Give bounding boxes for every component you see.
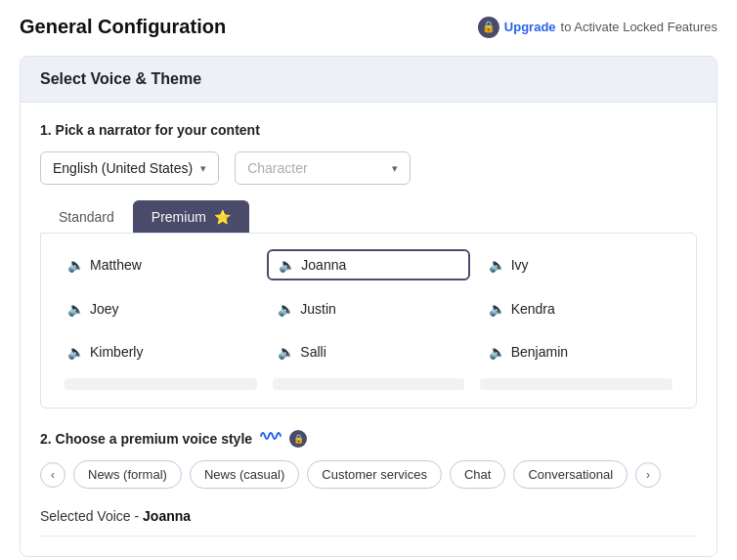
speaker-icon-joanna: 🔈 [279,257,295,273]
voice-joey[interactable]: 🔈 Joey [57,294,259,323]
section2-text: 2. Choose a premium voice style [40,431,252,447]
character-dropdown[interactable]: Character ▾ [235,151,411,185]
style-pills-row: ‹ News (formal) News (casual) Customer s… [40,460,697,489]
upgrade-area: 🔒 Upgrade to Activate Locked Features [478,17,717,38]
prev-style-arrow[interactable]: ‹ [40,462,65,488]
upgrade-text: to Activate Locked Features [561,20,717,34]
style-conversational[interactable]: Conversational [513,460,628,489]
voice-tabs: Standard Premium ⭐ [40,200,697,233]
voice-justin[interactable]: 🔈 Justin [267,294,469,323]
language-value: English (United States) [53,160,193,176]
page-title: General Configuration [20,16,226,38]
speaker-icon-justin: 🔈 [278,301,294,317]
voice-name-benjamin: Benjamin [511,344,568,360]
speaker-icon-kimberly: 🔈 [67,344,84,360]
voices-grid: 🔈 Matthew 🔈 Joanna 🔈 Ivy 🔈 Joey [57,249,680,366]
voice-name-joanna: Joanna [301,257,346,273]
speaker-icon-joey: 🔈 [67,301,84,317]
voices-fade-row [57,376,680,392]
tab-standard[interactable]: Standard [40,200,133,233]
lock-icon: 🔒 [478,17,499,38]
character-dropdown-arrow: ▾ [392,162,398,175]
voices-box: 🔈 Matthew 🔈 Joanna 🔈 Ivy 🔈 Joey [40,233,697,409]
voice-name-joey: Joey [90,301,119,317]
tab-premium[interactable]: Premium ⭐ [133,200,249,233]
speaker-icon-salli: 🔈 [278,344,294,360]
style-news-casual[interactable]: News (casual) [190,460,299,489]
card-heading: Select Voice & Theme [40,70,201,87]
voice-benjamin[interactable]: 🔈 Benjamin [478,337,680,366]
voice-name-justin: Justin [300,301,336,317]
language-dropdown[interactable]: English (United States) ▾ [40,151,219,185]
voice-name-kimberly: Kimberly [90,344,143,360]
section1-label: 1. Pick a narrator for your content [40,122,697,138]
page-header: General Configuration 🔒 Upgrade to Activ… [20,16,717,38]
next-style-arrow[interactable]: › [635,462,661,488]
voice-name-salli: Salli [300,344,325,360]
card-header: Select Voice & Theme [21,57,716,103]
bottom-divider [40,536,697,537]
voice-salli[interactable]: 🔈 Salli [267,337,469,366]
section2-lock-icon: 🔒 [289,430,307,448]
voice-ivy[interactable]: 🔈 Ivy [478,249,680,280]
dropdowns-row: English (United States) ▾ Character ▾ [40,151,697,185]
style-chat[interactable]: Chat [450,460,505,489]
voice-name-matthew: Matthew [90,257,142,273]
selected-voice-prefix: Selected Voice - [40,508,143,524]
card-body: 1. Pick a narrator for your content Engl… [21,103,716,556]
wave-icon [260,428,282,449]
speaker-icon-matthew: 🔈 [67,257,84,273]
premium-star: ⭐ [214,209,231,225]
style-customer-services[interactable]: Customer services [307,460,442,489]
voice-matthew[interactable]: 🔈 Matthew [57,249,259,280]
speaker-icon-benjamin: 🔈 [489,344,505,360]
speaker-icon-ivy: 🔈 [489,257,505,273]
voice-name-ivy: Ivy [511,257,529,273]
section2-label: 2. Choose a premium voice style 🔒 [40,428,697,449]
language-dropdown-arrow: ▾ [200,162,206,175]
voice-kendra[interactable]: 🔈 Kendra [478,294,680,323]
selected-voice-name: Joanna [143,508,191,524]
voice-kimberly[interactable]: 🔈 Kimberly [57,337,259,366]
character-placeholder: Character [247,160,307,176]
main-card: Select Voice & Theme 1. Pick a narrator … [20,56,717,557]
voice-joanna[interactable]: 🔈 Joanna [267,249,469,280]
upgrade-link[interactable]: Upgrade [504,20,556,34]
speaker-icon-kendra: 🔈 [489,301,505,317]
selected-voice-row: Selected Voice - Joanna [40,508,697,524]
voice-name-kendra: Kendra [511,301,555,317]
style-news-formal[interactable]: News (formal) [73,460,182,489]
